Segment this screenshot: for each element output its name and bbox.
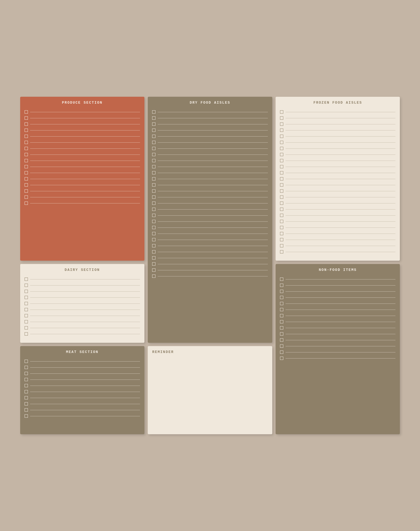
- checkbox-icon[interactable]: [152, 129, 155, 132]
- checkbox-icon[interactable]: [25, 135, 28, 138]
- checkbox-icon[interactable]: [25, 408, 28, 412]
- checkbox-icon[interactable]: [280, 189, 283, 193]
- checkbox-icon[interactable]: [25, 141, 28, 144]
- checkbox-icon[interactable]: [25, 326, 28, 329]
- checkbox-icon[interactable]: [152, 147, 155, 150]
- checkbox-icon[interactable]: [280, 171, 283, 174]
- checkbox-icon[interactable]: [280, 195, 283, 199]
- checkbox-icon[interactable]: [280, 357, 283, 360]
- checkbox-icon[interactable]: [280, 116, 283, 120]
- checkbox-icon[interactable]: [152, 195, 155, 199]
- checkbox-icon[interactable]: [152, 244, 155, 247]
- checkbox-icon[interactable]: [280, 183, 283, 187]
- checkbox-icon[interactable]: [280, 141, 283, 144]
- checkbox-icon[interactable]: [280, 296, 283, 299]
- checkbox-icon[interactable]: [25, 171, 28, 174]
- checkbox-icon[interactable]: [280, 202, 283, 205]
- checkbox-icon[interactable]: [280, 208, 283, 211]
- checkbox-icon[interactable]: [25, 110, 28, 114]
- checkbox-icon[interactable]: [152, 153, 155, 156]
- checkbox-icon[interactable]: [152, 220, 155, 223]
- checkbox-icon[interactable]: [25, 165, 28, 168]
- checkbox-icon[interactable]: [152, 122, 155, 126]
- reminder-body[interactable]: [148, 357, 272, 434]
- checkbox-icon[interactable]: [25, 122, 28, 126]
- checkbox-icon[interactable]: [152, 202, 155, 205]
- checkbox-icon[interactable]: [25, 402, 28, 406]
- checkbox-icon[interactable]: [25, 360, 28, 363]
- checkbox-icon[interactable]: [152, 232, 155, 235]
- checkbox-icon[interactable]: [280, 350, 283, 354]
- checkbox-icon[interactable]: [280, 122, 283, 126]
- checkbox-icon[interactable]: [25, 384, 28, 387]
- checkbox-icon[interactable]: [25, 153, 28, 156]
- checkbox-icon[interactable]: [280, 302, 283, 305]
- checkbox-icon[interactable]: [25, 159, 28, 162]
- checkbox-icon[interactable]: [280, 165, 283, 168]
- checkbox-icon[interactable]: [25, 332, 28, 336]
- checkbox-icon[interactable]: [280, 308, 283, 311]
- checkbox-icon[interactable]: [25, 183, 28, 187]
- reminder-textarea[interactable]: [152, 360, 268, 420]
- checkbox-icon[interactable]: [152, 250, 155, 253]
- checkbox-icon[interactable]: [280, 159, 283, 162]
- checkbox-icon[interactable]: [280, 232, 283, 235]
- checkbox-icon[interactable]: [152, 141, 155, 144]
- checkbox-icon[interactable]: [25, 320, 28, 323]
- checkbox-icon[interactable]: [152, 226, 155, 229]
- checkbox-icon[interactable]: [280, 129, 283, 132]
- checkbox-icon[interactable]: [25, 195, 28, 199]
- checkbox-icon[interactable]: [25, 314, 28, 317]
- checkbox-icon[interactable]: [280, 214, 283, 217]
- checkbox-icon[interactable]: [280, 326, 283, 329]
- checkbox-icon[interactable]: [152, 177, 155, 181]
- checkbox-icon[interactable]: [280, 320, 283, 323]
- checkbox-icon[interactable]: [280, 278, 283, 281]
- checkbox-icon[interactable]: [152, 262, 155, 266]
- checkbox-icon[interactable]: [25, 396, 28, 399]
- checkbox-icon[interactable]: [280, 344, 283, 348]
- checkbox-icon[interactable]: [152, 116, 155, 120]
- checkbox-icon[interactable]: [280, 135, 283, 138]
- checkbox-icon[interactable]: [152, 214, 155, 217]
- checkbox-icon[interactable]: [280, 220, 283, 223]
- checkbox-icon[interactable]: [25, 177, 28, 181]
- checkbox-icon[interactable]: [280, 314, 283, 317]
- checkbox-icon[interactable]: [25, 189, 28, 193]
- checkbox-icon[interactable]: [25, 372, 28, 375]
- checkbox-icon[interactable]: [280, 153, 283, 156]
- checkbox-icon[interactable]: [25, 308, 28, 311]
- checkbox-icon[interactable]: [25, 278, 28, 281]
- checkbox-icon[interactable]: [25, 116, 28, 120]
- checkbox-icon[interactable]: [152, 189, 155, 193]
- checkbox-icon[interactable]: [280, 338, 283, 342]
- checkbox-icon[interactable]: [152, 110, 155, 114]
- checkbox-icon[interactable]: [280, 110, 283, 114]
- checkbox-icon[interactable]: [25, 390, 28, 393]
- checkbox-icon[interactable]: [152, 256, 155, 260]
- checkbox-icon[interactable]: [280, 250, 283, 253]
- checkbox-icon[interactable]: [152, 171, 155, 174]
- checkbox-icon[interactable]: [25, 378, 28, 381]
- checkbox-icon[interactable]: [25, 129, 28, 132]
- checkbox-icon[interactable]: [152, 208, 155, 211]
- checkbox-icon[interactable]: [152, 135, 155, 138]
- checkbox-icon[interactable]: [25, 147, 28, 150]
- checkbox-icon[interactable]: [152, 274, 155, 278]
- checkbox-icon[interactable]: [280, 238, 283, 241]
- checkbox-icon[interactable]: [25, 202, 28, 205]
- checkbox-icon[interactable]: [25, 414, 28, 418]
- checkbox-icon[interactable]: [280, 290, 283, 293]
- checkbox-icon[interactable]: [280, 332, 283, 336]
- checkbox-icon[interactable]: [25, 284, 28, 287]
- checkbox-icon[interactable]: [280, 147, 283, 150]
- checkbox-icon[interactable]: [152, 268, 155, 272]
- checkbox-icon[interactable]: [152, 238, 155, 241]
- checkbox-icon[interactable]: [25, 302, 28, 305]
- checkbox-icon[interactable]: [25, 290, 28, 293]
- checkbox-icon[interactable]: [152, 165, 155, 168]
- checkbox-icon[interactable]: [152, 159, 155, 162]
- checkbox-icon[interactable]: [280, 226, 283, 229]
- checkbox-icon[interactable]: [25, 296, 28, 299]
- checkbox-icon[interactable]: [280, 244, 283, 247]
